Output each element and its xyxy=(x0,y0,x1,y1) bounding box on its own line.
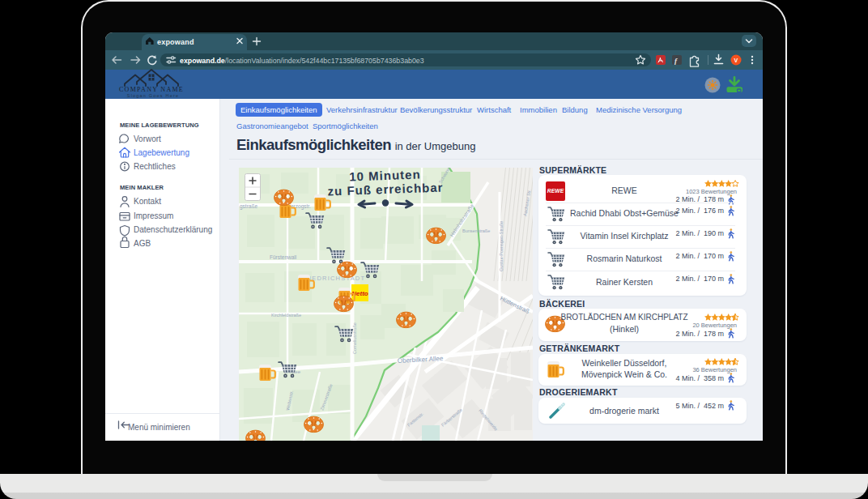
svg-text:erzogstr.: erzogstr. xyxy=(291,203,311,210)
svg-text:gstraße: gstraße xyxy=(240,203,257,210)
svg-text:Gustav-Poensgen-Straße: Gustav-Poensgen-Straße xyxy=(499,221,504,271)
svg-text:Fürstenwall: Fürstenwall xyxy=(270,254,297,260)
svg-text:Kirchfeldstraße: Kirchfeldstraße xyxy=(271,313,301,318)
svg-text:Bunsenstraße: Bunsenstraße xyxy=(462,228,490,233)
svg-text:V: V xyxy=(734,58,738,63)
svg-text:IEDRICHSTADT: IEDRICHSTADT xyxy=(309,275,365,282)
svg-text:Corneliusstraße: Corneliusstraße xyxy=(352,322,357,354)
svg-text:COMPANY NAME: COMPANY NAME xyxy=(119,86,184,93)
svg-text:Slogan Goes Here: Slogan Goes Here xyxy=(127,93,179,98)
